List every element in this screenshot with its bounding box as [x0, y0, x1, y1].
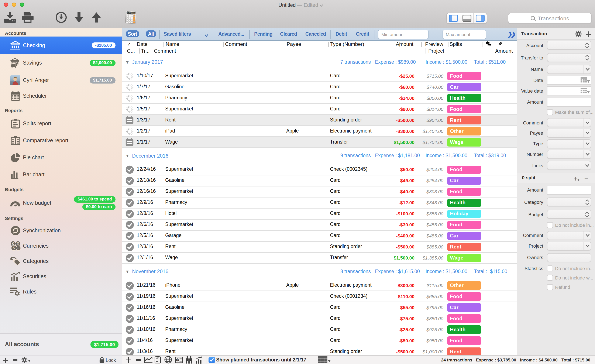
svg-text:€: €	[177, 358, 178, 361]
svg-text:$: $	[13, 246, 15, 250]
svg-text:¥: ¥	[17, 242, 19, 246]
svg-text:3.141593: 3.141593	[127, 12, 135, 14]
svg-text:£: £	[17, 246, 19, 250]
svg-text:€: €	[12, 242, 14, 246]
